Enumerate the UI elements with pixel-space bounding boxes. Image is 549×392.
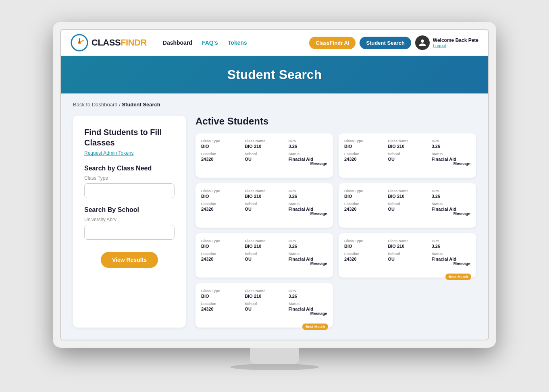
card-message[interactable]: Message	[344, 162, 470, 166]
user-area: Welcome Back Pete Logout	[415, 35, 478, 50]
search-panel-heading: Find Students to Fill Classes	[84, 127, 175, 148]
student-card: Class Type BIO Class Name BIO 210 GPA 3.…	[195, 183, 333, 228]
classfindr-ai-button[interactable]: ClassFindr AI	[309, 37, 356, 49]
navbar: CLASSFINDR Dashboard FAQ's Tokens ClassF…	[61, 30, 488, 56]
user-name: Welcome Back Pete	[433, 37, 478, 43]
logo-findr-text: FINDR	[121, 37, 147, 48]
logout-link[interactable]: Logout	[433, 43, 478, 48]
student-card: Class Type BIO Class Name BIO 210 GPA 3.…	[195, 233, 333, 278]
main-layout: Find Students to Fill Classes Request Ad…	[73, 116, 476, 328]
breadcrumb: Back to Dashboard / Student Search	[73, 102, 476, 108]
section1-label: Search by Class Need	[84, 165, 175, 172]
best-match-badge: Best Match	[445, 274, 471, 280]
logo-area: CLASSFINDR	[71, 34, 147, 52]
section2-label: Search By School	[84, 206, 175, 214]
monitor-screen: CLASSFINDR Dashboard FAQ's Tokens ClassF…	[60, 29, 489, 340]
view-results-button[interactable]: View Results	[101, 252, 158, 268]
logo-icon	[71, 34, 88, 52]
student-card: Class Type BIO Class Name BIO 210 GPA 3.…	[195, 283, 333, 328]
content-area: Back to Dashboard / Student Search Find …	[61, 93, 488, 340]
nav-actions: ClassFindr AI Student Search Welcome Bac…	[309, 35, 478, 50]
logo-text: CLASSFINDR	[92, 37, 147, 48]
student-card: Class Type BIO Class Name BIO 210 GPA 3.…	[339, 183, 476, 228]
university-abrv-label: University Abrv	[84, 217, 175, 222]
nav-faqs[interactable]: FAQ's	[202, 39, 218, 46]
students-grid: Class Type BIO Class Name BIO 210 GPA 3.…	[195, 133, 476, 328]
user-info: Welcome Back Pete Logout	[433, 37, 478, 48]
student-card: Class Type BIO Class Name BIO 210 GPA 3.…	[339, 133, 476, 178]
card-message[interactable]: Message	[201, 162, 327, 166]
university-abrv-input[interactable]	[84, 225, 175, 240]
active-students-heading: Active Students	[195, 116, 476, 127]
nav-tokens[interactable]: Tokens	[228, 39, 247, 46]
breadcrumb-current: Student Search	[122, 102, 160, 108]
avatar	[415, 35, 430, 50]
students-panel: Active Students Class Type BIO Class Nam…	[195, 116, 476, 328]
page-title: Student Search	[72, 67, 477, 82]
card-message[interactable]: Message	[201, 311, 327, 316]
best-match-badge: Best Match	[302, 324, 328, 330]
class-type-input[interactable]	[84, 183, 175, 198]
student-card: Class Type BIO Class Name BIO 210 GPA 3.…	[195, 133, 333, 178]
page-header-banner: Student Search	[61, 56, 488, 93]
card-message[interactable]: Message	[201, 212, 327, 216]
student-card: Class Type BIO Class Name BIO 210 GPA 3.…	[339, 233, 476, 278]
class-type-label: Class Type	[84, 175, 175, 181]
monitor-frame: CLASSFINDR Dashboard FAQ's Tokens ClassF…	[53, 22, 496, 348]
nav-dashboard[interactable]: Dashboard	[163, 39, 192, 46]
search-panel: Find Students to Fill Classes Request Ad…	[73, 116, 186, 328]
monitor-stand	[250, 348, 299, 364]
monitor-base	[230, 364, 319, 370]
breadcrumb-back[interactable]: Back to Dashboard /	[73, 102, 121, 108]
card-message[interactable]: Message	[344, 261, 470, 266]
request-tokens-link[interactable]: Request Admin Tokens	[84, 150, 175, 156]
card-message[interactable]: Message	[344, 212, 470, 216]
nav-links: Dashboard FAQ's Tokens	[163, 39, 301, 46]
monitor-wrapper: CLASSFINDR Dashboard FAQ's Tokens ClassF…	[53, 22, 496, 370]
logo-class-text: CLASS	[92, 37, 121, 48]
student-search-button[interactable]: Student Search	[360, 37, 411, 49]
card-message[interactable]: Message	[201, 261, 327, 266]
